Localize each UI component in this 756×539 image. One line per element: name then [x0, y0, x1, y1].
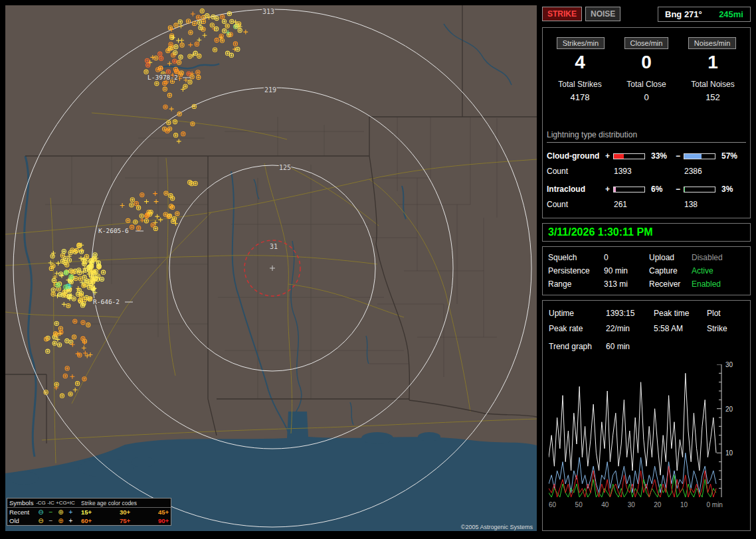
bearing-readout: Bng 271° 245mi — [658, 7, 751, 22]
x-axis-tick-label: 0 min — [706, 501, 722, 508]
upload-value: Disabled — [692, 253, 745, 262]
ic-plus-bar-fill — [614, 187, 616, 192]
cg-minus-pct: 57% — [718, 151, 746, 161]
datetime-panel: 3/11/2026 1:30:11 PM — [542, 223, 751, 242]
storm-cell-label: K-2605-6 — [98, 227, 129, 234]
legend-row-label: Old — [9, 517, 36, 524]
pos-ic-icon: + — [66, 509, 76, 516]
sidebar: STRIKE NOISE Bng 271° 245mi Strikes/min … — [542, 5, 751, 534]
peak-rate-label: Peak rate — [549, 324, 606, 333]
legend-type-header: +IC — [66, 500, 76, 506]
mode-toolbar: STRIKE NOISE Bng 271° 245mi — [542, 5, 751, 23]
capture-label: Capture — [649, 266, 692, 275]
legend-recent-row: Recent ⊖ − ⊕ + 15+ 30+ 45+ — [7, 508, 171, 516]
statistics-panel: Strikes/min Close/min Noises/min 4 0 1 T… — [542, 27, 751, 218]
session-stats: Uptime 1393:15 Peak time Plot Peak rate … — [549, 309, 744, 333]
pos-cg-icon: ⊕ — [56, 518, 66, 524]
range-label: Range — [548, 279, 604, 289]
squelch-value: 0 — [604, 253, 649, 262]
cg-minus-count: 2386 — [676, 167, 746, 176]
neg-ic-icon: − — [46, 509, 56, 516]
neg-ic-icon: − — [46, 518, 56, 524]
plot-label: Plot — [707, 309, 744, 318]
cg-minus-bar — [684, 153, 715, 159]
trend-graph: 30 20 10 60 50 40 30 20 10 0 min — [549, 364, 745, 508]
bearing-label: Bng 271° — [665, 9, 702, 19]
close-per-min-value: 0 — [613, 52, 680, 73]
range-ring-label: 219 — [264, 86, 276, 94]
intracloud-row: Intracloud + 6% − 3% — [547, 185, 746, 194]
total-noises-value: 152 — [680, 92, 746, 102]
strike-mode-button[interactable]: STRIKE — [542, 7, 582, 21]
range-ring-label: 125 — [279, 164, 291, 171]
neg-cg-icon: ⊖ — [36, 518, 46, 524]
ic-minus-bar — [684, 187, 715, 193]
count-label: Count — [547, 167, 605, 176]
noise-mode-button[interactable]: NOISE — [585, 7, 620, 21]
rate-values: 4 0 1 — [547, 52, 746, 73]
trend-graph-label: Trend graph — [549, 342, 606, 351]
bearing-range: 245mi — [719, 9, 743, 19]
ic-minus-count: 138 — [676, 200, 746, 209]
strikes-per-min-chip[interactable]: Strikes/min — [557, 37, 605, 49]
legend-symbols-header: Symbols — [9, 499, 36, 506]
uptime-value: 1393:15 — [606, 309, 654, 318]
range-ring-label: 313 — [262, 8, 274, 15]
persistence-label: Persistence — [548, 266, 604, 275]
cg-plus-bar-fill — [614, 154, 624, 159]
y-axis-tick-label: 10 — [725, 449, 733, 457]
settings-panel: Squelch 0 Upload Disabled Persistence 90… — [542, 246, 751, 295]
cg-plus-count: 1393 — [605, 167, 676, 176]
trend-panel: Uptime 1393:15 Peak time Plot Peak rate … — [542, 300, 751, 531]
noises-per-min-value: 1 — [680, 52, 746, 73]
total-noises-label: Total Noises — [680, 80, 746, 89]
total-strikes-value: 4178 — [547, 92, 613, 102]
close-per-min-chip[interactable]: Close/min — [624, 37, 669, 49]
peak-time-value: 5:58 AM — [654, 324, 707, 333]
minus-sign: − — [676, 185, 684, 194]
cg-minus-bar-fill — [684, 154, 702, 159]
age-code: 75+ — [120, 517, 130, 524]
ic-minus-pct: 3% — [718, 185, 746, 194]
y-axis-tick-label: 20 — [725, 406, 733, 413]
ic-plus-count: 261 — [605, 200, 676, 209]
noises-per-min-chip[interactable]: Noises/min — [688, 37, 736, 49]
legend-type-header: -CG — [36, 500, 46, 506]
map-canvas[interactable]: 313 219 125 31 L-3978-2 K-2605-6 R-646-2 — [5, 5, 537, 531]
cloud-ground-row: Cloud-ground + 33% − 57% — [547, 151, 746, 161]
total-close-value: 0 — [613, 92, 680, 102]
cg-plus-bar — [613, 153, 645, 159]
x-axis-tick-label: 40 — [601, 501, 609, 508]
ic-plus-bar — [613, 187, 645, 193]
ic-plus-pct: 6% — [648, 185, 676, 194]
trend-setting: Trend graph 60 min — [549, 342, 744, 351]
plot-value: Strike — [707, 324, 744, 333]
app-window: 313 219 125 31 L-3978-2 K-2605-6 R-646-2… — [0, 0, 756, 539]
x-axis-tick-label: 50 — [575, 501, 583, 508]
total-close-label: Total Close — [613, 80, 680, 89]
trend-series-strike-rate — [549, 373, 716, 475]
legend-old-row: Old ⊖ − ⊕ + 60+ 75+ 90+ — [7, 516, 171, 525]
lightning-map[interactable]: 313 219 125 31 L-3978-2 K-2605-6 R-646-2… — [5, 5, 537, 531]
range-value: 313 mi — [604, 279, 649, 289]
peak-time-label: Peak time — [654, 309, 707, 318]
cg-plus-pct: 33% — [648, 151, 676, 161]
legend-header-row: Symbols -CG -IC +CG +IC Strike age color… — [7, 499, 171, 508]
uptime-label: Uptime — [549, 309, 606, 318]
x-axis-tick-label: 20 — [654, 501, 661, 508]
x-axis-tick-label: 10 — [680, 501, 688, 508]
total-labels: Total Strikes Total Close Total Noises — [547, 80, 746, 89]
legend-type-header: +CG — [56, 500, 66, 506]
receiver-value: Enabled — [692, 279, 745, 289]
receiver-label: Receiver — [649, 279, 692, 289]
count-label: Count — [547, 200, 605, 209]
intracloud-label: Intracloud — [547, 185, 605, 194]
plus-sign: + — [605, 151, 613, 161]
distribution-title: Lightning type distribution — [547, 130, 746, 143]
cloud-ground-label: Cloud-ground — [547, 151, 605, 161]
storm-cell-label: R-646-2 — [93, 298, 120, 305]
legend-row-label: Recent — [9, 508, 36, 516]
x-axis-labels: 60 50 40 30 20 10 0 min — [549, 501, 723, 508]
age-code: 30+ — [120, 508, 130, 516]
strike-legend: Symbols -CG -IC +CG +IC Strike age color… — [7, 498, 171, 526]
